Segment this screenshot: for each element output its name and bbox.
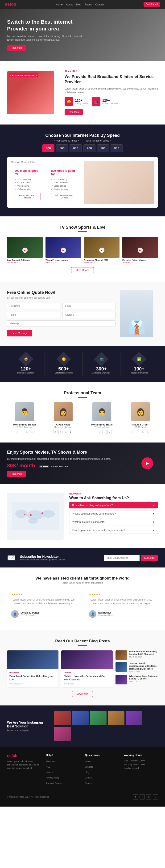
insta-thumb-5[interactable] [126,711,142,725]
stats-row: 📦 120+ Internet Packages 😊 500+ Satisfac… [0,346,165,382]
footer-quick-home[interactable]: Home [85,760,90,763]
social-tw-1[interactable]: t [20,430,24,434]
social-tw-3[interactable]: t [97,430,101,434]
sidebar-thumb-3 [116,675,127,684]
show-sub-4: Streaming → [122,261,158,264]
footer-link-privacy[interactable]: Privacy Policy [46,777,59,779]
quote-person-image: 👔 [120,290,153,337]
nav-blog[interactable]: Blog [76,3,81,6]
footer-quick-blog[interactable]: Blog [85,771,89,774]
team-member-3: 👨 Mohammed Haris Web Developer f t in ▶ [84,402,119,434]
address-input[interactable] [63,312,116,318]
footer-social-fb[interactable]: f [133,794,138,800]
speed-tab-800[interactable]: 800 [97,144,109,152]
social-fb-4[interactable]: f [131,430,135,434]
plan1-add-button[interactable]: Add as At-Home or Mobiles [14,193,41,200]
faq-item-1[interactable]: What is you main goal to build a website… [69,510,158,517]
nav-contact[interactable]: Contact [95,3,104,6]
footer-link-faq[interactable]: FAQ [46,766,50,768]
faq-active-question[interactable]: Do you have existing working website? ▲ [69,502,158,508]
speed-tab-700[interactable]: 700 [83,144,95,152]
social-in-4[interactable]: in [141,430,145,434]
faq-active-arrow: ▲ [153,504,155,506]
hero-content: Switch to the Best internet Provider in … [7,19,83,51]
faq-item-3[interactable]: How do you expect to drive traffic to yo… [69,527,158,534]
footer-hours-content: Mon - Fri: 9:00 - 18:00 Saturday: 9:00 -… [124,759,158,770]
newsletter-subscribe-button[interactable]: Subscribe [141,555,158,561]
team-member-4: 👩 Natalia Greer HR Manager f t in ▶ [123,402,158,434]
social-tw-2[interactable]: t [58,430,63,434]
promo-price-amount: 30$ [7,463,16,468]
plan1-feature-1: HD Streaming [14,178,41,181]
footer-link-support[interactable]: Support [46,771,53,774]
plan2-feature-4: Online gaming [51,188,77,191]
social-yt-4[interactable]: ▶ [146,430,151,434]
show-play-3[interactable]: ▶ [99,248,105,253]
faq-item-2[interactable]: What we provide to our clients? ▼ [69,519,158,525]
plan2-add-button[interactable]: Add as At-Home or Mobiles [51,193,77,200]
social-yt-1[interactable]: ▶ [30,430,34,434]
insta-thumb-6[interactable] [54,727,71,741]
footer-copyright: © Copyright nefob 2023. All Rights Reser… [7,796,49,798]
insta-thumb-4[interactable] [108,711,124,725]
footer-quick-careers[interactable]: Careers [85,782,92,784]
social-in-2[interactable]: in [64,430,68,434]
plans-title: Choose Your Internet Pack By Speed [7,133,158,138]
social-fb-3[interactable]: f [92,430,96,434]
insta-thumb-1[interactable] [54,711,71,725]
about-read-more-button[interactable]: Read More [65,109,83,115]
promo-play-button[interactable]: ▶ [141,457,153,469]
more-shows-button[interactable]: More Movies [71,267,93,273]
footer-quick-contact[interactable]: Contact [85,777,92,779]
show-play-2[interactable]: ▶ [61,248,66,253]
footer-quick-services[interactable]: Services [85,766,93,768]
author-1: 👤 Donald K. Porter CEO & Founder [11,610,76,618]
social-fb-2[interactable]: f [53,430,57,434]
newsletter-email-input[interactable] [104,555,139,561]
sidebar-item-2: 10 more non all-encompassing at 10x Bett… [116,662,158,673]
faq-q2-text: What we provide to our clients? [72,521,106,523]
view-posts-button[interactable]: View Posts [72,691,93,697]
footer-hours-col: Working Hours Mon - Fri: 9:00 - 18:00 Sa… [124,754,158,786]
speed-tab-600[interactable]: 600 [70,144,82,152]
nav-pages[interactable]: Pages [84,3,92,6]
social-yt-3[interactable]: ▶ [108,430,112,434]
speed-tab-900[interactable]: 900 [111,144,123,152]
social-tw-4[interactable]: t [136,430,140,434]
footer-link-terms[interactable]: Terms of Service [46,782,62,784]
about-stats: 😊 120+ Happy Clients 📺 120+ Online Chann… [65,97,158,106]
hero-read-more-button[interactable]: Read more [7,45,26,51]
faq-new-label: New Update [69,493,158,495]
stat4-num: 100+ [123,366,156,372]
promo-read-more-button[interactable]: Read More [7,471,26,477]
promo-title: Enjoy Sports Movies, TV Shows & More [7,450,132,455]
show-play-1[interactable]: ▶ [23,248,28,253]
insta-thumb-2[interactable] [72,711,89,725]
insta-thumb-3[interactable] [90,711,107,725]
since-tag: Since 1992 [65,70,158,73]
online-channels-icon: 📺 [92,97,100,106]
message-input[interactable] [7,320,116,327]
author-name-1: Donald K. Porter [20,612,39,614]
footer-social-tw[interactable]: t [139,794,145,800]
full-name-input[interactable] [7,303,60,309]
plan-card-1: 800 Mbps is good for HD Streaming Up to … [11,165,45,204]
speed-subtitle2: What is internet speed? [86,140,111,142]
social-yt-2[interactable]: ▶ [69,430,73,434]
speed-tab-400[interactable]: 400 [42,144,54,152]
nav-home[interactable]: Home [56,3,63,6]
footer-social-in[interactable]: in [146,794,151,800]
social-in-1[interactable]: in [25,430,29,434]
footer-social-yt[interactable]: ▶ [153,794,158,800]
nav-about[interactable]: About [66,3,73,6]
social-in-3[interactable]: in [102,430,107,434]
footer-link-about[interactable]: About Us [46,760,55,763]
send-message-button[interactable]: Send Message [7,330,32,336]
speed-tab-500[interactable]: 500 [56,144,68,152]
show-play-4[interactable]: ▶ [138,248,143,253]
phone-input[interactable] [7,312,60,318]
newsletter-subtitle: Subscribe to our newsletter to get lates… [20,559,99,561]
get-started-button[interactable]: Get Started [143,2,160,7]
email-input[interactable] [63,303,116,309]
social-fb-1[interactable]: f [14,430,19,434]
